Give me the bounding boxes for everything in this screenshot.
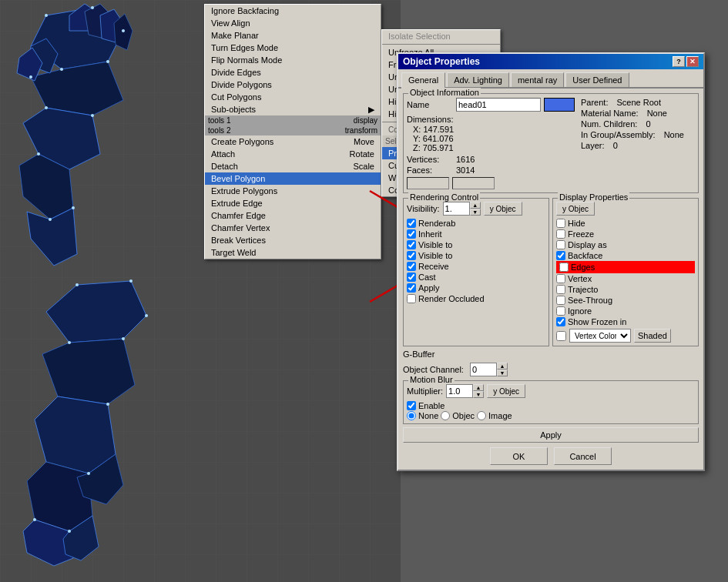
context-menu[interactable]: Ignore Backfacing View Align Make Planar… (204, 4, 381, 259)
menu-sub-objects[interactable]: Sub-objects (205, 103, 381, 115)
cb-edges[interactable]: Edges (556, 261, 695, 273)
radio-image[interactable] (477, 411, 486, 420)
cb-ignore[interactable]: Ignore (556, 306, 695, 316)
menu-flip-normals-mode[interactable]: Flip Normals Mode (205, 54, 381, 66)
material-value: None (647, 109, 667, 118)
ok-button[interactable]: OK (490, 447, 548, 465)
cb-visible-camera[interactable]: Visible to (407, 239, 545, 250)
menu-detach[interactable]: DetachScale (205, 160, 381, 172)
svg-point-37 (33, 518, 36, 521)
multiplier-spinner[interactable]: ▲ ▼ (446, 384, 484, 398)
gbuffer-motionblur-left: G-Buffer Object Channel: ▲ ▼ Motion Blur (403, 350, 699, 424)
apply-button[interactable]: Apply (403, 427, 699, 443)
vertices-value: 1616 (456, 155, 475, 164)
mult-spinner-btns: ▲ ▼ (473, 384, 484, 398)
radio-none[interactable] (407, 411, 416, 420)
dialog-help-button[interactable]: ? (673, 56, 685, 67)
multiplier-input[interactable] (446, 384, 473, 398)
obj-channel-down[interactable]: ▼ (497, 370, 508, 376)
object-channel-spinner[interactable]: ▲ ▼ (470, 363, 508, 376)
dimensions-label: Dimensions: (407, 115, 454, 124)
cb-render-occluded[interactable]: Render Occluded (407, 293, 545, 304)
svg-point-35 (87, 472, 90, 475)
dialog-close-button[interactable]: ✕ (686, 56, 699, 67)
menu-break-vertices[interactable]: Break Vertices (205, 234, 381, 246)
gbuffer-motionblur-area: G-Buffer Object Channel: ▲ ▼ Motion Blur (403, 350, 699, 424)
spinner-down[interactable]: ▼ (470, 209, 481, 216)
svg-point-18 (29, 75, 32, 79)
menu-ignore-backfacing[interactable]: Ignore Backfacing (205, 5, 381, 17)
spinner-up[interactable]: ▲ (470, 202, 481, 209)
menu-divide-polygons[interactable]: Divide Polygons (205, 79, 381, 91)
svg-marker-22 (46, 281, 146, 343)
progress-bar-2 (452, 177, 495, 189)
mult-down[interactable]: ▼ (473, 391, 484, 398)
menu-bevel-polygon[interactable]: Bevel Polygon (205, 172, 381, 185)
display-by-object-btn[interactable]: y Objec (556, 202, 595, 216)
cb-visible-reflect[interactable]: Visible to (407, 250, 545, 261)
cb-receive[interactable]: Receive (407, 261, 545, 272)
tab-adv-lighting[interactable]: Adv. Lighting (447, 72, 509, 87)
svg-point-36 (68, 530, 71, 533)
name-input[interactable] (456, 98, 541, 112)
menu-turn-edges-mode[interactable]: Turn Edges Mode (205, 42, 381, 54)
color-swatch[interactable] (544, 98, 575, 112)
obj-channel-up[interactable]: ▲ (497, 363, 508, 370)
svg-point-29 (75, 283, 79, 286)
display-properties-section: Display Properties y Objec Hide Freeze D… (552, 198, 699, 346)
radio-row-blur: None Objec Image (407, 411, 695, 420)
vertex-color-checkbox[interactable] (556, 331, 566, 341)
cb-vertex-ticks[interactable]: Vertex (556, 273, 695, 284)
rendering-control-label: Rendering Control (408, 192, 480, 202)
layer-label: Layer: (581, 141, 605, 150)
visibility-by-object-btn[interactable]: y Objec (484, 202, 522, 216)
svg-point-30 (129, 279, 133, 283)
visibility-input[interactable] (443, 202, 470, 216)
dim-x: X: 147.591 (413, 125, 575, 134)
vertex-color-select[interactable]: Vertex Color Map Channel (569, 329, 631, 343)
menu-attach[interactable]: AttachRotate (205, 148, 381, 160)
motion-blur-label: Motion Blur (408, 375, 455, 384)
in-group-label: In Group/Assembly: (581, 130, 656, 139)
menu-chamfer-vertex[interactable]: Chamfer Vertex (205, 222, 381, 234)
svg-point-16 (45, 106, 48, 109)
object-channel-input[interactable] (470, 363, 497, 376)
svg-point-33 (68, 341, 71, 344)
shaded-button[interactable]: Shaded (634, 329, 671, 343)
menu-target-weld[interactable]: Target Weld (205, 246, 381, 259)
layer-value: 0 (613, 141, 618, 150)
menu-chamfer-edge[interactable]: Chamfer Edge (205, 209, 381, 222)
menu-view-align[interactable]: View Align (205, 17, 381, 29)
tab-mental-ray[interactable]: mental ray (511, 72, 564, 87)
cb-inherit[interactable]: Inherit (407, 229, 545, 239)
svg-point-12 (91, 6, 94, 9)
mult-up[interactable]: ▲ (473, 384, 484, 391)
radio-object-label: Objec (452, 411, 475, 420)
radio-object[interactable] (441, 411, 450, 420)
cancel-button[interactable]: Cancel (554, 447, 612, 465)
tab-user-defined[interactable]: User Defined (565, 72, 629, 87)
menu-extrude-polygons[interactable]: Extrude Polygons (205, 185, 381, 197)
material-label: Material Name: (581, 109, 639, 118)
tab-general[interactable]: General (401, 72, 445, 89)
num-children-value: 0 (646, 119, 650, 129)
menu-cut-polygons[interactable]: Cut Polygons (205, 91, 381, 103)
cb-show-frozen[interactable]: Show Frozen in (556, 316, 695, 327)
cb-trajectory[interactable]: Trajecto (556, 284, 695, 295)
menu-extrude-edge[interactable]: Extrude Edge (205, 197, 381, 209)
cb-apply[interactable]: Apply (407, 283, 545, 293)
motion-by-object-btn[interactable]: y Objec (487, 384, 525, 398)
menu-divide-edges[interactable]: Divide Edges (205, 66, 381, 79)
multiplier-label: Multiplier: (407, 386, 443, 396)
cb-backface[interactable]: Backface (556, 250, 695, 261)
menu-make-planar[interactable]: Make Planar (205, 29, 381, 42)
visibility-spinner[interactable]: ▲ ▼ (443, 202, 481, 216)
cb-renderable[interactable]: Renderab (407, 218, 545, 229)
menu-create-polygons[interactable]: Create PolygonsMove (205, 135, 381, 148)
cb-cast[interactable]: Cast (407, 272, 545, 283)
cb-freeze[interactable]: Freeze (556, 229, 695, 239)
cb-see-through[interactable]: See-Throug (556, 295, 695, 306)
cb-display-as-box[interactable]: Display as (556, 239, 695, 250)
cb-hide[interactable]: Hide (556, 218, 695, 229)
cb-enable-blur[interactable]: Enable (407, 400, 695, 411)
